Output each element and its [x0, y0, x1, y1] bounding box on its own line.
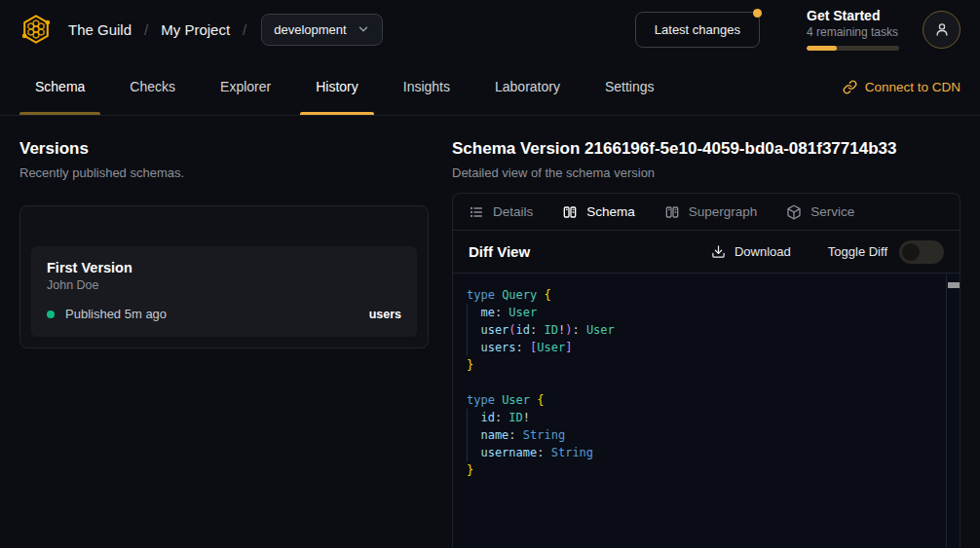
code-line: me: User [467, 304, 946, 321]
get-started-title: Get Started [807, 8, 899, 24]
target-select-value: development [274, 22, 346, 37]
version-detail-panel: Schema Version 2166196f-5e10-4059-bd0a-0… [452, 116, 961, 548]
diff-actions: Download Toggle Diff [711, 240, 944, 264]
columns-icon [664, 204, 680, 220]
nav-tab-checks[interactable]: Checks [114, 58, 191, 115]
detail-tab-schema[interactable]: Schema [562, 204, 635, 220]
service-badge: users [369, 308, 401, 321]
code-line: } [467, 461, 946, 479]
code-line: id: ID! [467, 409, 946, 426]
header-right-group: Latest changes Get Started 4 remaining t… [635, 8, 961, 51]
breadcrumb-org[interactable]: The Guild [68, 21, 132, 38]
toggle-diff-switch[interactable] [899, 240, 944, 264]
code-line: } [467, 356, 946, 374]
latest-changes-button[interactable]: Latest changes [635, 12, 760, 48]
main-nav: Schema Checks Explorer History Insights … [0, 58, 980, 116]
diff-view-title: Diff View [469, 243, 530, 260]
breadcrumb-project[interactable]: My Project [161, 21, 230, 38]
detail-tab-label: Supergraph [689, 204, 758, 219]
download-button[interactable]: Download [711, 244, 791, 259]
columns-icon [562, 204, 578, 220]
code-line: users: [User] [467, 339, 946, 356]
user-avatar[interactable] [923, 11, 961, 49]
versions-list-card: First Version John Doe Published 5m ago … [19, 205, 429, 348]
cube-icon [786, 204, 802, 220]
target-select[interactable]: development [261, 14, 382, 46]
code-line: user(id: ID!): User [467, 321, 946, 339]
detail-tab-details[interactable]: Details [469, 204, 533, 220]
schema-code-viewer[interactable]: type Query { me: User user(id: ID!): Use… [453, 273, 960, 548]
version-author: John Doe [47, 278, 401, 292]
diff-toolbar: Diff View Download Toggle Diff [453, 230, 960, 273]
user-icon [933, 20, 951, 38]
code-scrollbar-thumb[interactable] [948, 282, 960, 288]
detail-tab-label: Details [493, 204, 533, 219]
breadcrumb-separator: / [243, 21, 246, 38]
versions-panel: Versions Recently published schemas. Fir… [19, 116, 429, 548]
versions-subtitle: Recently published schemas. [19, 165, 429, 180]
code-content: type Query { me: User user(id: ID!): Use… [467, 286, 946, 479]
code-line: type Query { [467, 286, 946, 304]
download-icon [711, 244, 726, 259]
notification-dot [753, 9, 762, 18]
list-icon [469, 204, 484, 220]
detail-tab-service[interactable]: Service [786, 204, 854, 220]
get-started-subtitle: 4 remaining tasks [807, 25, 899, 40]
get-started-progress-fill [807, 46, 837, 51]
link-icon [843, 80, 857, 94]
nav-tab-settings[interactable]: Settings [589, 58, 670, 115]
version-detail-container: Details Schema Supergraph [452, 193, 961, 548]
latest-changes-label: Latest changes [655, 22, 740, 37]
toggle-knob [902, 243, 920, 261]
toggle-diff-label: Toggle Diff [828, 244, 887, 259]
nav-tab-explorer[interactable]: Explorer [205, 58, 286, 115]
nav-tab-history[interactable]: History [300, 58, 374, 115]
versions-title: Versions [19, 139, 429, 159]
connect-to-cdn-label: Connect to CDN [865, 80, 961, 94]
chevron-down-icon [357, 22, 370, 36]
detail-tabs: Details Schema Supergraph [453, 194, 960, 230]
get-started-widget[interactable]: Get Started 4 remaining tasks [807, 8, 899, 51]
code-line: type User { [467, 391, 946, 409]
app-header: The Guild / My Project / development Lat… [0, 0, 980, 58]
version-status-text: Published 5m ago [65, 307, 167, 321]
breadcrumb-separator: / [144, 21, 148, 38]
get-started-progress-bar [807, 46, 899, 51]
version-list-item[interactable]: First Version John Doe Published 5m ago … [31, 246, 417, 337]
version-detail-title: Schema Version 2166196f-5e10-4059-bd0a-0… [452, 139, 961, 159]
code-line [467, 374, 946, 391]
detail-tab-label: Schema [586, 204, 635, 219]
published-status-dot [47, 311, 55, 318]
detail-tab-label: Service [810, 204, 854, 219]
code-line: username: String [467, 444, 946, 461]
nav-tab-schema[interactable]: Schema [19, 58, 100, 115]
connect-to-cdn-link[interactable]: Connect to CDN [843, 58, 961, 115]
hive-logo-icon[interactable] [19, 13, 53, 46]
code-line: name: String [467, 426, 946, 444]
download-label: Download [735, 244, 791, 259]
code-scrollbar[interactable] [946, 274, 960, 548]
version-status-row: Published 5m ago users [47, 307, 401, 321]
nav-tabs: Schema Checks Explorer History Insights … [19, 58, 684, 115]
version-detail-subtitle: Detailed view of the schema version [452, 165, 961, 180]
main-content: Versions Recently published schemas. Fir… [0, 116, 980, 548]
version-name: First Version [47, 260, 401, 275]
nav-tab-laboratory[interactable]: Laboratory [479, 58, 576, 115]
detail-tab-supergraph[interactable]: Supergraph [664, 204, 758, 220]
nav-tab-insights[interactable]: Insights [388, 58, 466, 115]
